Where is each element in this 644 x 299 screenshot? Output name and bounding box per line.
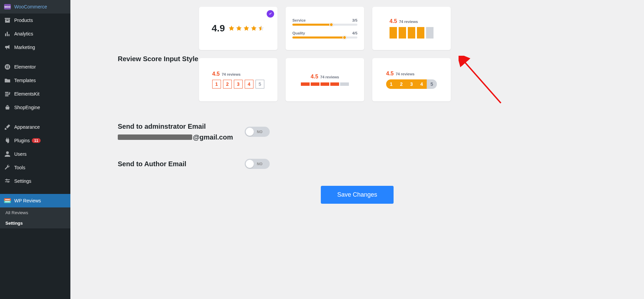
plugins-badge: 11 — [32, 138, 41, 143]
score-value: 4.5 — [311, 74, 318, 80]
star-half-icon — [258, 25, 265, 32]
style-option-sliders[interactable]: Service3/5 Quality4/5 — [286, 7, 364, 50]
archive-icon — [4, 17, 11, 24]
review-score-style-label: Review Score Input Style — [118, 7, 199, 101]
author-email-label: Send to Author Email — [118, 159, 245, 169]
sidebar-item-shopengine[interactable]: ShopEngine — [0, 101, 70, 114]
score-value: 4.9 — [212, 23, 225, 34]
sidebar-item-label: Elementor — [14, 64, 36, 70]
slider-track — [292, 24, 357, 26]
style-option-tall-bars[interactable]: 4.574 reviews — [372, 7, 451, 50]
sidebar-item-label: Settings — [14, 178, 31, 184]
score-value: 4.5 — [390, 18, 397, 24]
admin-email-value: @gmail.com — [118, 132, 245, 142]
admin-email-row: Send to adminstrator Email @gmail.com NO — [118, 122, 597, 142]
sidebar-item-elementskit[interactable]: ElementsKit — [0, 87, 70, 101]
sidebar-item-label: ElementsKit — [14, 91, 40, 97]
sidebar-item-templates[interactable]: Templates — [0, 74, 70, 87]
star-icon — [236, 25, 242, 32]
sidebar-item-label: Tools — [14, 165, 25, 170]
brush-icon — [4, 124, 11, 130]
score-value: 4.5 — [212, 71, 220, 77]
style-option-number-boxes[interactable]: 4.574 reviews 1 2 3 4 5 — [199, 58, 277, 101]
elementor-icon — [4, 64, 11, 70]
sidebar-item-settings[interactable]: Settings — [0, 174, 70, 188]
sidebar-item-label: Analytics — [14, 31, 33, 36]
star-icon — [228, 25, 235, 32]
slider-value: 4/5 — [352, 31, 357, 35]
megaphone-icon — [4, 44, 11, 51]
style-option-segmented-bars[interactable]: 4.574 reviews — [286, 58, 364, 101]
sidebar-item-label: Marketing — [14, 45, 35, 50]
sidebar-item-label: Plugins — [14, 138, 30, 143]
admin-email-toggle[interactable]: NO — [245, 127, 270, 137]
woocommerce-icon: woo — [4, 3, 11, 10]
star-group — [228, 25, 265, 32]
author-email-row: Send to Author Email NO — [118, 159, 597, 169]
sidebar-item-elementor[interactable]: Elementor — [0, 60, 70, 74]
sidebar-item-products[interactable]: Products — [0, 14, 70, 27]
sidebar-item-label: Users — [14, 151, 27, 157]
author-email-toggle[interactable]: NO — [245, 159, 270, 169]
sidebar-item-analytics[interactable]: Analytics — [0, 27, 70, 41]
sidebar-item-label: ShopEngine — [14, 105, 40, 110]
submenu-all-reviews[interactable]: All Reviews — [0, 207, 70, 217]
basket-icon — [4, 104, 11, 111]
sidebar-item-label: WooCommerce — [14, 4, 47, 9]
sidebar-item-tools[interactable]: Tools — [0, 161, 70, 174]
chart-icon — [4, 30, 11, 37]
toggle-state-label: NO — [257, 162, 263, 166]
review-count: 74 reviews — [399, 20, 418, 24]
wrench-icon — [4, 164, 11, 171]
wpreviews-icon — [4, 197, 11, 204]
save-button[interactable]: Save Changes — [321, 186, 393, 204]
review-score-style-row: Review Score Input Style 4.9 — [118, 7, 597, 101]
slider-label: Quality — [292, 31, 305, 35]
style-option-stars[interactable]: 4.9 — [199, 7, 277, 50]
sidebar-item-plugins[interactable]: Plugins 11 — [0, 134, 70, 147]
score-value: 4.5 — [386, 71, 394, 77]
sidebar-item-label: Appearance — [14, 124, 40, 130]
slider-value: 3/5 — [352, 18, 357, 22]
style-option-pill[interactable]: 4.574 reviews 1 2 3 4 5 — [372, 58, 451, 101]
sidebar-item-appearance[interactable]: Appearance — [0, 120, 70, 134]
slider-label: Service — [292, 18, 306, 22]
pill-group: 1 2 3 4 5 — [386, 79, 437, 89]
review-count: 74 reviews — [320, 75, 339, 79]
star-icon — [243, 25, 250, 32]
user-icon — [4, 151, 11, 157]
review-count: 74 reviews — [222, 72, 241, 76]
review-count: 74 reviews — [396, 72, 415, 76]
number-box-group: 1 2 3 4 5 — [212, 80, 264, 89]
admin-email-label: Send to adminstrator Email — [118, 122, 245, 131]
main-content: Review Score Input Style 4.9 — [70, 0, 644, 217]
sidebar-item-label: Products — [14, 18, 33, 23]
folder-icon — [4, 77, 11, 84]
sidebar-item-users[interactable]: Users — [0, 147, 70, 161]
style-grid: 4.9 Service3/5 — [199, 7, 451, 101]
segment-group — [301, 82, 349, 86]
plug-icon — [4, 137, 11, 144]
toggle-state-label: NO — [257, 130, 263, 134]
star-icon — [250, 25, 257, 32]
sidebar-item-marketing[interactable]: Marketing — [0, 41, 70, 54]
redacted-email — [118, 134, 192, 140]
slider-track — [292, 36, 357, 39]
elementskit-icon — [4, 91, 11, 97]
sliders-icon — [4, 178, 11, 184]
sidebar-item-wpreviews[interactable]: WP Reviews — [0, 194, 70, 207]
bar-group — [390, 27, 434, 39]
admin-sidebar: woo WooCommerce Products Analytics Marke… — [0, 0, 70, 217]
sidebar-item-woocommerce[interactable]: woo WooCommerce — [0, 0, 70, 14]
selected-check-icon — [267, 10, 274, 18]
sidebar-item-label: Templates — [14, 78, 36, 83]
sidebar-item-label: WP Reviews — [14, 198, 41, 203]
